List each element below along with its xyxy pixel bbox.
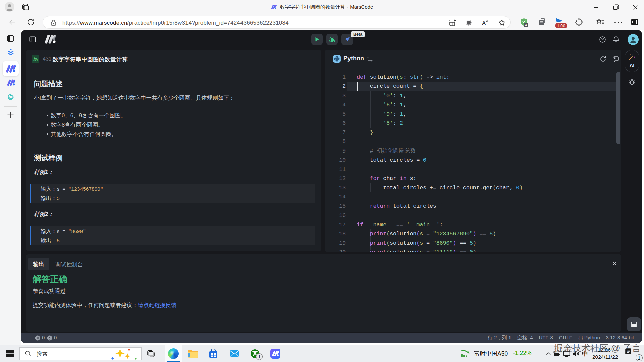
svg-text:1: 1 (638, 355, 641, 361)
svg-text:1: 1 (258, 354, 260, 359)
svg-text:A: A (482, 20, 486, 26)
